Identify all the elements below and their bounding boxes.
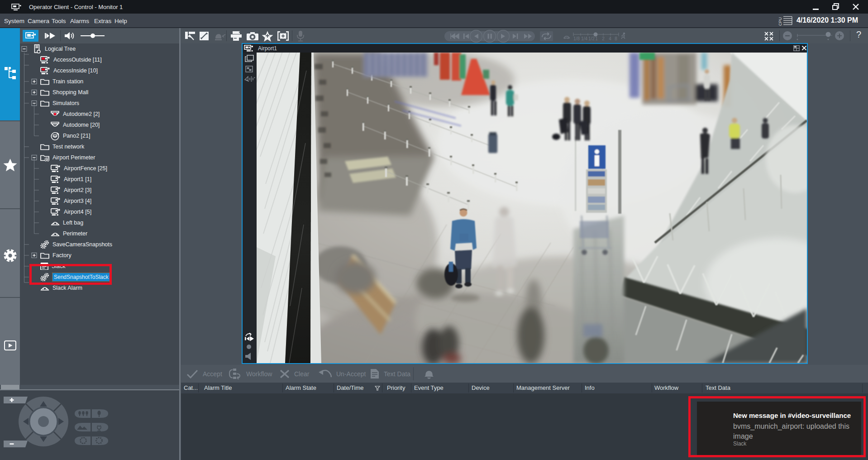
svg-text:8: 8 (615, 36, 617, 41)
svg-text:1/2: 1/2 (588, 36, 595, 41)
svg-text:CPU: CPU (778, 17, 782, 26)
svg-text:1/8: 1/8 (573, 36, 580, 41)
svg-text:4: 4 (609, 36, 611, 41)
svg-text:1/4: 1/4 (581, 36, 587, 41)
svg-text:1: 1 (595, 36, 598, 41)
svg-text:2: 2 (602, 36, 605, 41)
